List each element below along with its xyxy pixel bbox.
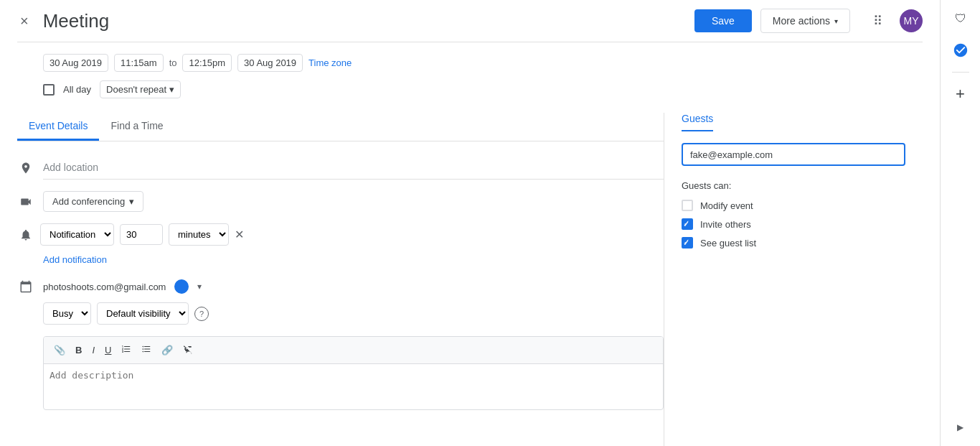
- permission-checkbox-0[interactable]: [682, 200, 693, 211]
- permission-checkbox-2[interactable]: [682, 237, 693, 248]
- avatar[interactable]: MY: [900, 9, 923, 32]
- notification-unit-select[interactable]: minutes: [169, 223, 229, 246]
- italic-button[interactable]: I: [88, 342, 99, 358]
- bold-button[interactable]: B: [71, 342, 86, 358]
- remove-notification-button[interactable]: ✕: [235, 228, 244, 241]
- add-conferencing-button[interactable]: Add conferencing ▾: [43, 191, 143, 212]
- more-actions-button[interactable]: More actions ▾: [760, 9, 850, 33]
- event-title-input[interactable]: [43, 10, 694, 32]
- add-icon[interactable]: +: [951, 84, 971, 104]
- notification-type-select[interactable]: Notification: [40, 223, 114, 246]
- add-notification-button[interactable]: Add notification: [17, 251, 107, 268]
- video-icon: [17, 193, 34, 210]
- to-label: to: [169, 57, 177, 68]
- check-circle-icon[interactable]: [951, 40, 971, 60]
- permission-row: ✓See guest list: [682, 237, 905, 248]
- save-button[interactable]: Save: [694, 9, 752, 32]
- apps-grid-icon[interactable]: ⠿: [873, 13, 882, 29]
- guests-can-label: Guests can:: [682, 180, 905, 191]
- tab-find-time[interactable]: Find a Time: [99, 113, 174, 141]
- attach-button[interactable]: 📎: [50, 342, 70, 358]
- calendar-name-label: photoshoots.com@gmail.com: [43, 282, 166, 292]
- permission-label-0: Modify event: [700, 200, 753, 211]
- repeat-chevron-icon: ▾: [169, 84, 174, 95]
- underline-button[interactable]: U: [100, 342, 116, 358]
- guest-email-input[interactable]: [690, 149, 897, 160]
- permission-label-1: Invite others: [700, 219, 751, 230]
- shield-icon[interactable]: 🛡: [951, 9, 971, 29]
- link-button[interactable]: 🔗: [157, 342, 177, 358]
- start-time-button[interactable]: 11:15am: [114, 54, 164, 72]
- expand-icon[interactable]: ▶: [951, 417, 971, 437]
- sidebar-divider: [952, 72, 969, 73]
- status-select[interactable]: Busy: [43, 302, 91, 325]
- permission-label-2: See guest list: [700, 238, 756, 248]
- ordered-list-button[interactable]: [117, 341, 136, 359]
- close-button[interactable]: ×: [17, 10, 32, 32]
- remove-format-button[interactable]: [179, 341, 197, 359]
- permission-row: Modify event: [682, 200, 905, 211]
- timezone-button[interactable]: Time zone: [308, 57, 352, 68]
- location-icon: [17, 159, 34, 177]
- conferencing-chevron-icon: ▾: [129, 196, 134, 207]
- calendar-color-dropdown-icon[interactable]: ▾: [197, 282, 202, 292]
- chevron-down-icon: ▾: [834, 17, 838, 25]
- calendar-icon: [17, 280, 34, 293]
- all-day-label: All day: [63, 84, 91, 95]
- permission-row: ✓Invite others: [682, 218, 905, 230]
- end-date-button[interactable]: 30 Aug 2019: [237, 54, 303, 72]
- notification-value-input[interactable]: [120, 224, 163, 245]
- guests-section-title: Guests: [682, 113, 713, 131]
- end-time-button[interactable]: 12:15pm: [182, 54, 232, 72]
- tab-event-details[interactable]: Event Details: [17, 113, 99, 141]
- guest-input-wrapper: [682, 143, 905, 166]
- unordered-list-button[interactable]: [137, 341, 156, 359]
- notification-icon: [17, 228, 34, 241]
- start-date-button[interactable]: 30 Aug 2019: [43, 54, 108, 72]
- calendar-color-button[interactable]: [174, 279, 189, 294]
- location-input[interactable]: [43, 156, 664, 180]
- help-icon[interactable]: ?: [194, 307, 209, 321]
- repeat-button[interactable]: Doesn't repeat ▾: [100, 80, 181, 98]
- description-input[interactable]: [44, 364, 663, 407]
- visibility-select[interactable]: Default visibility: [97, 302, 189, 325]
- all-day-checkbox[interactable]: [43, 84, 55, 96]
- permission-checkbox-1[interactable]: [682, 218, 693, 230]
